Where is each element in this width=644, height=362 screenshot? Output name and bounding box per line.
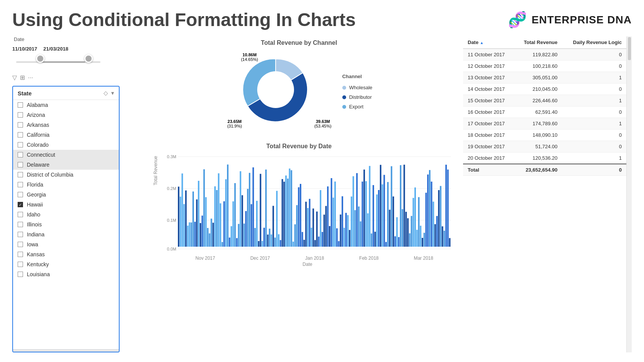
table-scroll-area[interactable]: Date Total Revenue Daily Revenue Logic 1… <box>463 36 626 352</box>
slicer-item-label: Florida <box>27 182 43 188</box>
slicer-item[interactable]: Idaho <box>13 210 119 219</box>
donut-chart-wrapper: 10.86M (14.65%) 23.65M (31.9%) 39.63M (5… <box>226 49 333 134</box>
slicer-item[interactable]: Kansas <box>13 249 119 259</box>
slicer-checkbox[interactable] <box>18 182 23 187</box>
slicer-item[interactable]: Louisiana <box>13 269 119 279</box>
table-row: 12 October 2017100,218.600 <box>463 61 626 72</box>
slicer-checkbox[interactable] <box>18 252 23 257</box>
slicer-checkbox[interactable] <box>18 212 23 217</box>
cell-revenue: 51,724.00 <box>514 141 562 152</box>
svg-text:0.0M: 0.0M <box>167 247 176 251</box>
slicer-item[interactable]: Kentucky <box>13 259 119 269</box>
slicer-item-label: Connecticut <box>27 152 55 158</box>
slicer-checkbox[interactable] <box>18 272 23 277</box>
slicer-checkbox[interactable] <box>18 102 23 108</box>
slicer-checkbox[interactable] <box>18 242 23 247</box>
cell-logic: 0 <box>562 141 626 152</box>
slicer-checkbox[interactable] <box>18 172 23 177</box>
table-row: 13 October 2017305,051.001 <box>463 72 626 84</box>
left-panel: Date 11/10/2017 21/03/2018 ▽ ⊞ ··· State <box>12 36 135 352</box>
svg-text:0.2M: 0.2M <box>167 186 176 191</box>
date-start: 11/10/2017 <box>12 46 37 52</box>
legend-dot-wholesale <box>342 86 346 90</box>
expand-icon[interactable]: ⊞ <box>20 74 25 81</box>
slicer-checkbox[interactable] <box>18 152 23 157</box>
right-panel: Date Total Revenue Daily Revenue Logic 1… <box>463 36 632 352</box>
slicer-item[interactable]: Arkansas <box>13 120 119 130</box>
slicer-item-label: California <box>27 132 49 138</box>
legend-label-distributor: Distributor <box>349 94 372 100</box>
slicer-checkbox[interactable] <box>18 142 23 147</box>
cell-logic: 1 <box>562 118 626 129</box>
slicer-header: State ◇ ▾ <box>13 87 119 100</box>
slicer-item-label: Kentucky <box>27 261 49 267</box>
slicer-body[interactable]: AlabamaArizonaArkansasCaliforniaColorado… <box>13 100 119 349</box>
date-slider[interactable] <box>16 58 100 66</box>
legend-title: Channel <box>342 74 373 79</box>
eraser-icon[interactable]: ◇ <box>104 90 108 97</box>
slicer-checkbox[interactable] <box>18 162 23 167</box>
cell-revenue: 119,822.80 <box>514 49 562 61</box>
cell-logic: 1 <box>562 152 626 164</box>
slicer-item-label: Arkansas <box>27 122 49 128</box>
cell-date: 19 October 2017 <box>463 141 514 152</box>
slicer-checkbox[interactable] <box>18 122 23 128</box>
slicer-item[interactable]: Alabama <box>13 100 119 110</box>
donut-svg <box>226 49 325 130</box>
total-label: Total <box>463 164 514 176</box>
scrollbar[interactable] <box>626 36 632 352</box>
slicer-item[interactable]: Connecticut <box>13 150 119 160</box>
slicer-checkbox[interactable] <box>18 112 23 118</box>
slicer-checkbox[interactable] <box>18 232 23 237</box>
legend-item-export: Export <box>342 104 373 110</box>
slicer-checkbox[interactable] <box>18 222 23 227</box>
table-wrapper: Date Total Revenue Daily Revenue Logic 1… <box>463 36 632 352</box>
slicer-resize-handle[interactable] <box>13 349 119 352</box>
cell-date: 13 October 2017 <box>463 72 514 84</box>
state-slicer: State ◇ ▾ AlabamaArizonaArkansasCaliforn… <box>12 86 120 352</box>
slicer-item[interactable]: Indiana <box>13 229 119 239</box>
slicer-item[interactable]: Delaware <box>13 160 119 170</box>
cell-logic: 0 <box>562 49 626 61</box>
slicer-title: State <box>18 90 32 97</box>
table-row: 20 October 2017120,536.201 <box>463 152 626 164</box>
cell-revenue: 174,789.60 <box>514 118 562 129</box>
cell-logic: 0 <box>562 61 626 72</box>
x-axis-label: Date <box>164 262 451 267</box>
slicer-item-label: Arizona <box>27 112 45 118</box>
dna-icon: 🧬 <box>508 11 527 29</box>
slicer-item-label: Delaware <box>27 162 49 168</box>
slicer-item-label: Indiana <box>27 231 44 238</box>
page-header: Using Conditional Formatting In Charts 🧬… <box>0 0 644 36</box>
more-icon[interactable]: ··· <box>28 74 33 81</box>
filter-icon[interactable]: ▽ <box>12 74 17 81</box>
slicer-item[interactable]: Arizona <box>13 110 119 120</box>
cell-revenue: 120,536.20 <box>514 152 562 164</box>
slider-handle-end[interactable] <box>84 54 93 63</box>
slicer-item[interactable]: Iowa <box>13 239 119 249</box>
donut-label-top: 10.86M (14.65%) <box>241 52 258 62</box>
cell-logic: 0 <box>562 84 626 95</box>
cell-date: 16 October 2017 <box>463 106 514 118</box>
cell-logic: 0 <box>562 129 626 141</box>
slider-handle-start[interactable] <box>36 54 44 63</box>
slicer-checkbox[interactable] <box>18 132 23 138</box>
svg-point-0 <box>257 71 294 108</box>
slicer-item[interactable]: Colorado <box>13 140 119 150</box>
slicer-item[interactable]: Georgia <box>13 190 119 200</box>
slicer-item[interactable]: Florida <box>13 180 119 190</box>
x-label-mar: Mar 2018 <box>414 256 433 261</box>
slicer-checkbox[interactable] <box>18 262 23 267</box>
slicer-icon-group: ◇ ▾ <box>104 90 114 97</box>
slicer-item[interactable]: Illinois <box>13 219 119 229</box>
legend-item-wholesale: Wholesale <box>342 85 373 90</box>
slicer-checkbox[interactable] <box>18 202 23 207</box>
slicer-item[interactable]: California <box>13 130 119 140</box>
slicer-item-label: Idaho <box>27 211 40 218</box>
chevron-down-icon[interactable]: ▾ <box>111 90 114 97</box>
slicer-checkbox[interactable] <box>18 192 23 197</box>
scroll-thumb[interactable] <box>628 37 631 60</box>
slicer-item[interactable]: Hawaii <box>13 200 119 210</box>
slicer-item[interactable]: District of Columbia <box>13 170 119 180</box>
col-logic: Daily Revenue Logic <box>562 36 626 49</box>
